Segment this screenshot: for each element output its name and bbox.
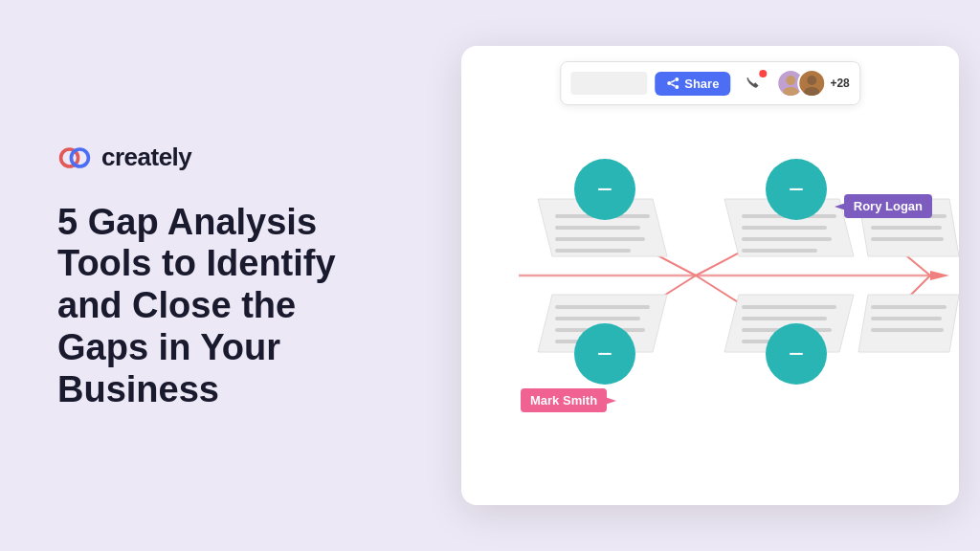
svg-point-1 [71, 149, 88, 166]
call-active-indicator [759, 70, 767, 77]
svg-point-8 [783, 87, 798, 96]
left-panel: creately 5 Gap Analysis Tools to Identif… [0, 95, 440, 456]
mark-arrow [605, 395, 616, 407]
rory-name: Rory Logan [854, 199, 923, 213]
svg-marker-18 [930, 271, 949, 280]
node-top-left [574, 159, 635, 220]
share-button[interactable]: Share [655, 72, 730, 96]
svg-point-7 [786, 76, 795, 85]
node-bottom-right [766, 323, 827, 385]
toolbar: Share [560, 61, 860, 105]
avatars-group: +28 [776, 69, 849, 98]
mark-name: Mark Smith [530, 393, 597, 408]
phone-button[interactable] [738, 68, 768, 99]
svg-point-3 [675, 77, 679, 81]
rory-arrow [835, 201, 846, 212]
diagram-card: Share [461, 46, 959, 505]
node-top-right [766, 159, 827, 220]
logo-text: creately [101, 143, 191, 172]
mark-smith-label: Mark Smith [521, 388, 607, 412]
logo-area: creately [57, 141, 394, 175]
page-headline: 5 Gap Analysis Tools to Identify and Clo… [57, 202, 394, 410]
phone-icon [745, 75, 762, 92]
svg-marker-48 [605, 397, 616, 405]
svg-marker-43 [858, 295, 959, 352]
fishbone-diagram [461, 46, 959, 505]
svg-point-4 [675, 85, 679, 89]
node-bottom-left [574, 323, 635, 385]
share-label: Share [684, 77, 719, 91]
share-icon [666, 77, 679, 90]
svg-point-9 [807, 76, 816, 85]
extra-users-count: +28 [830, 77, 849, 90]
toolbar-search-bar [570, 72, 647, 95]
svg-point-10 [804, 87, 819, 96]
right-panel: Share [440, 0, 980, 551]
avatar-2-image [799, 71, 824, 96]
svg-point-2 [667, 81, 671, 85]
avatar-2 [797, 69, 826, 98]
creately-logo-icon [57, 141, 92, 175]
rory-logan-label: Rory Logan [844, 194, 932, 218]
svg-marker-47 [835, 203, 846, 210]
svg-line-6 [671, 84, 675, 86]
svg-line-5 [671, 80, 675, 82]
